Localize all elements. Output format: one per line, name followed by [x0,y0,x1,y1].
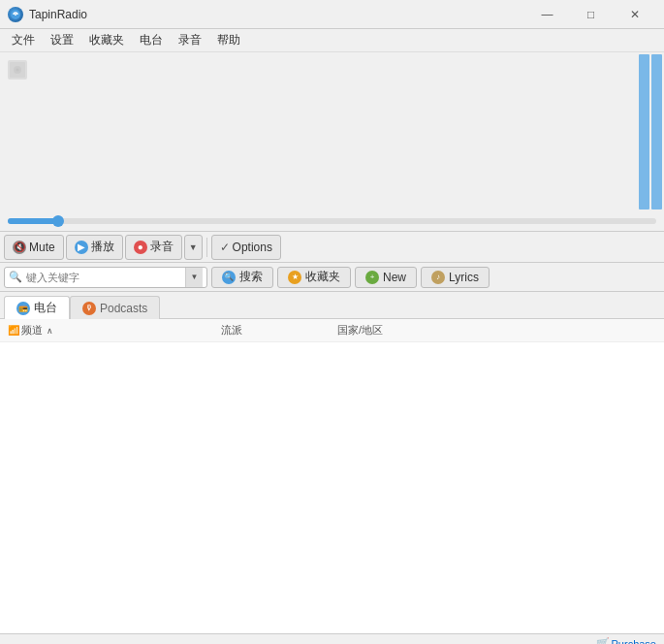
search-bar: 🔍 ▼ 🔍 搜索 ★ 收藏夹 + New ♪ Lyrics [0,263,664,292]
window-controls: — □ ✕ [525,0,656,29]
maximize-button[interactable]: □ [569,0,613,29]
options-button[interactable]: ✓ Options [211,235,281,260]
favorites-button[interactable]: ★ 收藏夹 [277,267,351,288]
progress-fill [8,218,60,224]
title-bar-left: TapinRadio [8,7,87,22]
menu-settings[interactable]: 设置 [43,30,81,51]
title-bar: TapinRadio — □ ✕ [0,0,664,29]
options-check: ✓ [220,241,230,254]
svg-point-5 [16,69,19,72]
record-icon: ● [134,241,147,254]
tabs-bar: 📻 电台 🎙 Podcasts [0,292,664,319]
search-input[interactable] [26,272,181,283]
lyrics-icon: ♪ [431,271,445,284]
station-list-area: 📶 频道 ∧ 流派 国家/地区 [0,319,664,633]
progress-area [0,211,664,231]
new-button[interactable]: + New [355,267,417,288]
play-button[interactable]: ▶ 播放 [66,235,123,260]
progress-thumb [52,215,64,227]
purchase-icon: 🛒 [596,637,610,644]
album-art-icon [8,60,27,80]
menu-bar: 文件 设置 收藏夹 电台 录音 帮助 [0,29,664,52]
podcast-tab-icon: 🎙 [82,302,96,315]
lyrics-button[interactable]: ♪ Lyrics [421,267,490,288]
search-dropdown-button[interactable]: ▼ [185,268,203,287]
search-input-wrapper: 🔍 ▼ [4,267,207,288]
station-list-empty [0,342,664,633]
tab-radio[interactable]: 📻 电台 [4,296,70,319]
level-meters [637,52,664,211]
svg-point-1 [15,14,16,16]
menu-favorites[interactable]: 收藏夹 [81,30,132,51]
radio-tab-icon: 📻 [16,302,30,315]
genre-header: 流派 [221,323,337,338]
toolbar: 🔇 Mute ▶ 播放 ● 录音 ▼ ✓ Options [0,232,664,263]
purchase-link[interactable]: 🛒 Purchase [596,637,656,644]
play-icon: ▶ [75,241,88,254]
record-dropdown[interactable]: ▼ [184,235,203,260]
minimize-button[interactable]: — [525,0,569,29]
level-bar-2 [651,54,662,209]
menu-record[interactable]: 录音 [171,30,209,51]
region-header: 国家/地区 [337,323,512,338]
channel-header: 📶 频道 ∧ [8,323,221,338]
app-title: TapinRadio [29,8,87,21]
mute-button[interactable]: 🔇 Mute [4,235,64,260]
menu-help[interactable]: 帮助 [209,30,248,51]
menu-station[interactable]: 电台 [132,30,171,51]
new-icon: + [365,271,379,284]
display-area [0,52,664,211]
favorites-icon: ★ [288,271,301,284]
radio-signal-icon: 📶 [8,325,19,336]
mute-icon: 🔇 [13,241,26,254]
progress-track[interactable] [8,218,656,224]
main-display [0,52,664,232]
record-button[interactable]: ● 录音 [125,235,182,260]
sort-arrow: ∧ [47,326,53,336]
search-icon: 🔍 [9,271,22,283]
app-icon [8,7,23,22]
status-bar: 🛒 Purchase [0,633,664,644]
toolbar-separator [206,238,207,257]
search-button[interactable]: 🔍 搜索 [211,267,273,288]
station-list-header: 📶 频道 ∧ 流派 国家/地区 [0,319,664,342]
tab-podcasts[interactable]: 🎙 Podcasts [70,296,160,319]
level-bar-1 [639,54,649,209]
search-action-icon: 🔍 [222,271,236,284]
close-button[interactable]: ✕ [613,0,656,29]
menu-file[interactable]: 文件 [4,30,43,51]
